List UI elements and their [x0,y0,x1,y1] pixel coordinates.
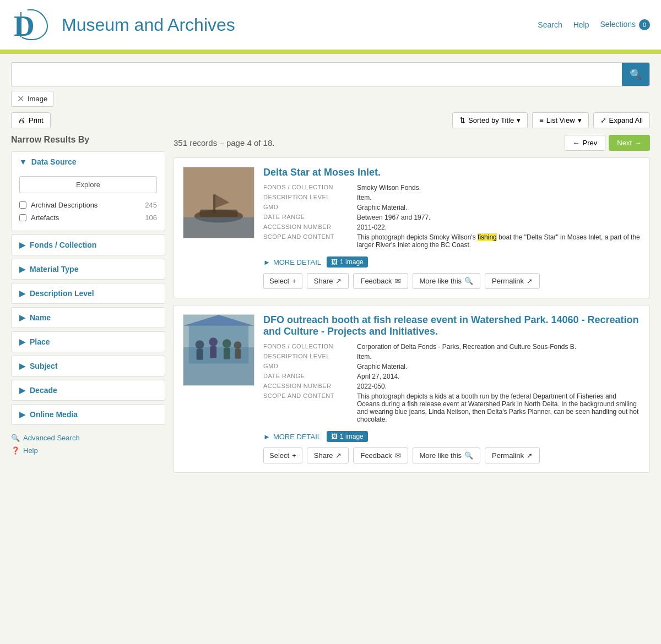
filter-archival-descriptions: Archival Descriptions 245 [19,199,157,211]
field-label-fonds-1: FONDS / COLLECTION [263,184,351,192]
sort-button[interactable]: ⇅ Sorted by Title ▾ [452,112,528,128]
next-button[interactable]: Next → [609,135,650,151]
field-value-fonds-1: Smoky Wilson Fonds. [357,184,641,192]
archival-descriptions-checkbox[interactable] [19,201,26,209]
more-detail-icon-2: ► [263,433,270,441]
field-label-date-1: DATE RANGE [263,214,351,221]
svg-point-12 [196,340,204,349]
print-button[interactable]: 🖨 Print [11,112,51,128]
select-plus-icon-1: + [292,277,296,285]
permalink-button-2[interactable]: Permalink ➚ [485,447,540,463]
filter-tag-image: ✕ Image [11,91,53,107]
more-like-this-button-2[interactable]: More like this 🔍 [413,447,481,463]
expand-icon: ⤢ [600,116,606,124]
more-detail-icon-1: ► [263,258,270,266]
results-area: 351 records – page 4 of 18. ← Prev Next … [174,135,650,479]
online-media-header[interactable]: ▶ Online Media [12,405,165,424]
artefacts-checkbox[interactable] [19,214,26,221]
archival-descriptions-label: Archival Descriptions [31,201,140,209]
field-label-scope-2: SCOPE AND CONTENT [263,392,351,423]
data-source-content: Explore Archival Descriptions 245 Artefa… [12,172,165,231]
narrow-results-title: Narrow Results By [11,135,165,145]
data-source-header[interactable]: ▼ Data Source [12,152,165,172]
record-title-2[interactable]: DFO outreach booth at fish release event… [263,314,641,337]
select-plus-icon-2: + [292,451,296,460]
field-label-desc-level-1: DESCRIPTION LEVEL [263,194,351,201]
nav-help[interactable]: Help [573,20,589,29]
online-media-label: Online Media [30,410,78,419]
more-like-this-button-1[interactable]: More like this 🔍 [413,273,481,289]
advanced-search-icon: 🔍 [11,434,20,442]
more-like-this-icon-2: 🔍 [464,451,473,460]
share-icon-2: ↗ [335,451,342,460]
record-content-2: DFO outreach booth at fish release event… [263,314,641,463]
field-value-scope-1: This photograph depicts Smoky Wilson's f… [357,233,641,249]
view-button[interactable]: ≡ List View ▾ [532,112,588,128]
help-label: Help [23,446,38,455]
svg-rect-17 [224,348,230,359]
share-button-2[interactable]: Share ↗ [307,447,349,463]
permalink-icon-2: ➚ [527,451,533,460]
place-header[interactable]: ▶ Place [12,332,165,352]
share-button-1[interactable]: Share ↗ [307,273,349,289]
svg-point-16 [223,339,231,348]
select-button-2[interactable]: Select + [263,447,302,463]
field-value-accession-1: 2011-022. [357,223,641,231]
advanced-search-label: Advanced Search [23,434,80,442]
name-arrow: ▶ [19,313,25,322]
sidebar-section-data-source: ▼ Data Source Explore Archival Descripti… [11,151,165,231]
advanced-search-link[interactable]: 🔍 Advanced Search [11,432,165,444]
feedback-button-2[interactable]: Feedback ✉ [353,447,408,463]
field-value-desc-level-2: Item. [357,353,641,361]
field-value-date-2: April 27, 2014. [357,373,641,380]
more-detail-2[interactable]: ► MORE DETAIL [263,433,321,441]
sort-icon: ⇅ [459,116,465,124]
permalink-button-1[interactable]: Permalink ➚ [485,273,540,289]
nav-selections[interactable]: Selections 0 [600,19,650,30]
feedback-icon-2: ✉ [395,451,401,460]
explore-button[interactable]: Explore [19,176,157,193]
record-card-2: DFO outreach booth at fish release event… [174,305,650,473]
material-type-header[interactable]: ▶ Material Type [12,259,165,279]
sidebar-section-name: ▶ Name [11,307,165,328]
fonds-header[interactable]: ▶ Fonds / Collection [12,235,165,255]
fonds-label: Fonds / Collection [30,241,96,249]
record-card-1: Delta Star at Moses Inlet. FONDS / COLLE… [174,157,650,298]
name-header[interactable]: ▶ Name [12,308,165,328]
decade-arrow: ▶ [19,386,25,395]
delta-logo: D [11,6,55,44]
more-detail-1[interactable]: ► MORE DETAIL [263,258,321,266]
place-label: Place [30,337,50,346]
decade-header[interactable]: ▶ Decade [12,380,165,400]
description-level-header[interactable]: ▶ Description Level [12,283,165,303]
search-input[interactable]: Fishing [12,64,622,85]
field-value-desc-level-1: Item. [357,194,641,201]
expand-all-button[interactable]: ⤢ Expand All [593,112,650,128]
sidebar-section-material-type: ▶ Material Type [11,259,165,280]
logo-area: D Museum and Archives [11,6,235,44]
site-title: Museum and Archives [62,15,235,35]
artefacts-count: 106 [145,214,157,222]
select-button-1[interactable]: Select + [263,273,302,289]
svg-text:D: D [14,10,35,42]
archival-descriptions-count: 245 [145,201,157,209]
record-title-1[interactable]: Delta Star at Moses Inlet. [263,167,641,178]
field-label-scope-1: SCOPE AND CONTENT [263,233,351,249]
prev-button[interactable]: ← Prev [565,135,606,151]
subject-header[interactable]: ▶ Subject [12,356,165,376]
field-label-gmd-2: GMD [263,363,351,370]
material-type-arrow: ▶ [19,265,25,274]
remove-filter-icon[interactable]: ✕ [17,94,24,104]
field-label-fonds-2: FONDS / COLLECTION [263,343,351,351]
sidebar-links: 🔍 Advanced Search ❓ Help [11,432,165,457]
content-area: Narrow Results By ▼ Data Source Explore … [11,135,650,479]
more-like-this-icon-1: 🔍 [464,277,473,285]
feedback-button-1[interactable]: Feedback ✉ [353,273,408,289]
help-link[interactable]: ❓ Help [11,444,165,457]
svg-rect-8 [183,217,254,238]
image-icon-2: 🖼 [331,433,338,440]
nav-search[interactable]: Search [538,20,562,29]
description-level-label: Description Level [30,289,94,298]
field-label-accession-2: ACCESSION NUMBER [263,383,351,390]
search-button[interactable]: 🔍 [622,63,649,86]
